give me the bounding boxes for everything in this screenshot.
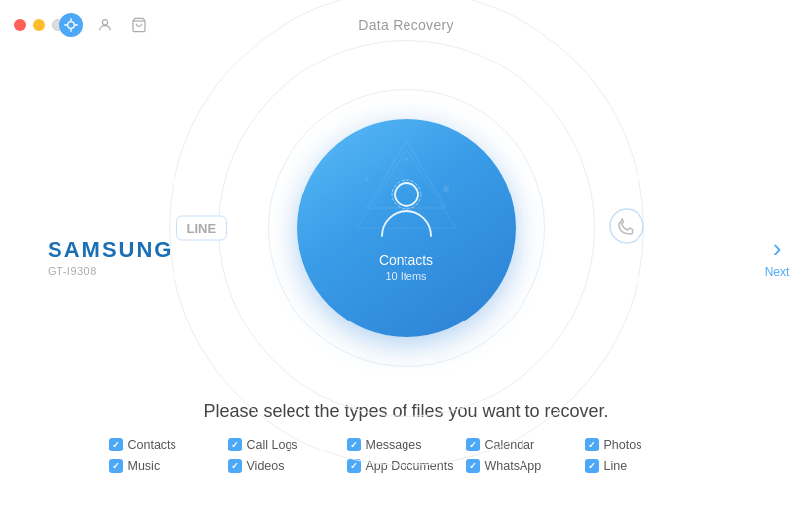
toolbar (59, 13, 151, 37)
checkbox-icon[interactable] (228, 459, 242, 473)
circle-pattern (307, 129, 506, 327)
svg-point-1 (102, 20, 107, 25)
checkbox-label: Photos (604, 438, 642, 451)
checkbox-icon[interactable] (228, 438, 242, 451)
cart-icon[interactable] (127, 13, 151, 37)
window-controls (14, 19, 63, 31)
checkbox-label: Videos (247, 459, 285, 473)
list-item[interactable]: Music (109, 459, 228, 473)
minimize-button[interactable] (33, 19, 45, 31)
checkbox-icon[interactable] (585, 459, 599, 473)
list-item[interactable]: Photos (585, 438, 704, 451)
list-item[interactable]: WhatsApp (466, 459, 585, 473)
checkbox-label: Line (604, 459, 628, 473)
checkbox-icon[interactable] (466, 459, 480, 473)
list-item[interactable]: Videos (228, 459, 347, 473)
checkbox-label: Call Logs (247, 438, 298, 451)
close-button[interactable] (14, 19, 26, 31)
checkbox-label: Contacts (128, 438, 176, 451)
checkbox-icon[interactable] (109, 438, 123, 451)
checkbox-label: WhatsApp (485, 459, 542, 473)
svg-point-8 (443, 186, 449, 192)
circles-area: LINE (149, 60, 664, 397)
svg-point-10 (405, 157, 408, 161)
main-content: LINE (0, 50, 812, 514)
data-recovery-icon[interactable] (59, 13, 83, 37)
checkbox-label: Music (128, 459, 161, 473)
svg-point-9 (365, 177, 369, 181)
svg-point-3 (610, 209, 643, 243)
checkbox-icon[interactable] (585, 438, 599, 451)
list-item[interactable]: Contacts (109, 438, 228, 451)
checkbox-icon[interactable] (109, 459, 123, 473)
line-orbit-label: LINE (176, 216, 228, 241)
phone-orbit-icon (609, 208, 644, 248)
svg-point-0 (68, 22, 75, 29)
profile-icon[interactable] (93, 13, 117, 37)
list-item[interactable]: Line (585, 459, 704, 473)
center-circle[interactable]: Contacts 10 Items (297, 119, 516, 337)
